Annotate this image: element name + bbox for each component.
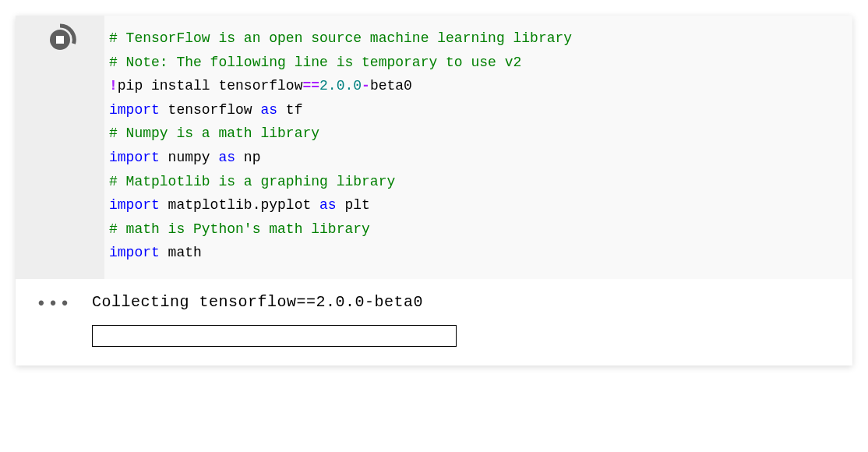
code-comment: # Numpy is a math library (109, 125, 319, 141)
cell-output-area: ••• Collecting tensorflow==2.0.0-beta0 (16, 279, 852, 365)
code-keyword: import (109, 150, 160, 165)
output-menu-dots[interactable]: ••• (36, 296, 72, 313)
code-keyword: import (109, 197, 160, 213)
code-keyword: import (109, 102, 160, 118)
svg-rect-1 (56, 36, 64, 44)
code-number: 2.0.0 (319, 78, 362, 94)
stop-icon (44, 23, 76, 56)
code-keyword: as (319, 197, 337, 213)
cell-gutter (16, 16, 104, 279)
code-text: tf (277, 102, 302, 118)
output-text-line: Collecting tensorflow==2.0.0-beta0 (92, 293, 837, 311)
code-comment: # Note: The following line is temporary … (109, 55, 521, 70)
code-keyword: as (260, 102, 277, 118)
code-text: matplotlib.pyplot (160, 197, 319, 213)
code-text: plt (337, 197, 370, 213)
code-text: tensorflow (160, 102, 261, 118)
notebook-cell: # TensorFlow is an open source machine l… (16, 16, 852, 365)
code-text: math (160, 245, 202, 260)
code-input-area: # TensorFlow is an open source machine l… (16, 16, 852, 279)
output-gutter: ••• (16, 293, 92, 347)
code-text: pip install tensorflow (118, 78, 303, 94)
output-content: Collecting tensorflow==2.0.0-beta0 (92, 293, 837, 347)
code-operator: - (362, 78, 370, 94)
code-comment: # Matplotlib is a graphing library (109, 174, 395, 189)
code-text: np (235, 150, 260, 165)
code-bang: ! (109, 78, 118, 94)
code-text: numpy (160, 150, 219, 165)
code-editor[interactable]: # TensorFlow is an open source machine l… (104, 16, 852, 279)
code-text: beta0 (370, 78, 412, 94)
code-operator: == (302, 78, 319, 94)
stop-execution-button[interactable] (44, 23, 76, 56)
code-keyword: import (109, 245, 160, 260)
code-comment: # math is Python's math library (109, 221, 370, 237)
progress-bar (92, 325, 457, 347)
code-keyword: as (218, 150, 235, 165)
code-comment: # TensorFlow is an open source machine l… (109, 30, 572, 46)
